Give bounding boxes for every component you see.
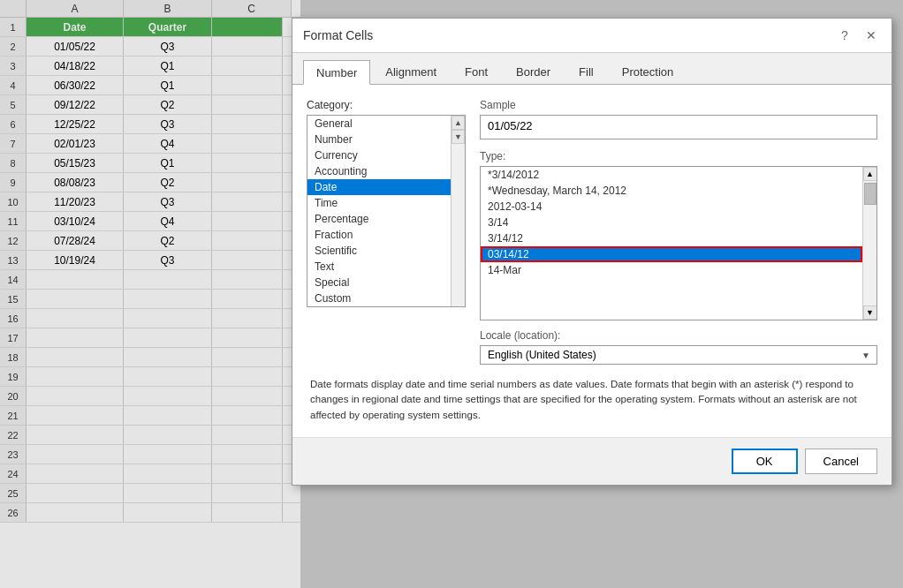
type-list: *3/14/2012*Wednesday, March 14, 20122012… bbox=[481, 167, 876, 320]
type-item-5[interactable]: 03/14/12 bbox=[481, 246, 862, 262]
type-scroll-up[interactable]: ▲ bbox=[863, 167, 877, 181]
category-list: GeneralNumberCurrencyAccountingDateTimeP… bbox=[307, 116, 465, 306]
category-list-wrapper: GeneralNumberCurrencyAccountingDateTimeP… bbox=[307, 115, 466, 307]
category-item-percentage[interactable]: Percentage bbox=[307, 211, 451, 227]
tab-alignment[interactable]: Alignment bbox=[372, 60, 450, 84]
tab-font[interactable]: Font bbox=[452, 60, 501, 84]
dialog-body: Category: GeneralNumberCurrencyAccountin… bbox=[292, 85, 892, 437]
category-item-special[interactable]: Special bbox=[307, 275, 451, 290]
type-section: Type: *3/14/2012*Wednesday, March 14, 20… bbox=[480, 150, 877, 320]
type-item-3[interactable]: 3/14 bbox=[481, 215, 862, 230]
type-scroll-down[interactable]: ▼ bbox=[863, 305, 877, 320]
tab-border[interactable]: Border bbox=[503, 60, 564, 84]
dialog-overlay: Format Cells ? ✕ Number Alignment Font B… bbox=[0, 0, 903, 588]
help-button[interactable]: ? bbox=[835, 26, 854, 45]
locale-wrapper: English (United States) ▼ bbox=[480, 345, 877, 365]
category-item-time[interactable]: Time bbox=[307, 195, 451, 211]
sample-label: Sample bbox=[480, 99, 877, 111]
category-item-text[interactable]: Text bbox=[307, 259, 451, 275]
description-text: Date formats display date and time seria… bbox=[307, 377, 877, 423]
locale-label: Locale (location): bbox=[480, 329, 877, 342]
category-item-number[interactable]: Number bbox=[307, 132, 451, 147]
type-item-2[interactable]: 2012-03-14 bbox=[481, 199, 862, 215]
format-layout: Category: GeneralNumberCurrencyAccountin… bbox=[307, 99, 877, 365]
type-label: Type: bbox=[480, 150, 877, 162]
category-scrollbar[interactable]: ▲ ▼ bbox=[451, 116, 465, 306]
type-item-1[interactable]: *Wednesday, March 14, 2012 bbox=[481, 183, 862, 199]
type-item-0[interactable]: *3/14/2012 bbox=[481, 167, 862, 183]
category-item-date[interactable]: Date bbox=[307, 179, 451, 195]
category-item-custom[interactable]: Custom bbox=[307, 290, 451, 306]
dialog-title: Format Cells bbox=[303, 28, 373, 42]
sample-section: Sample 01/05/22 bbox=[480, 99, 877, 139]
category-section: Category: GeneralNumberCurrencyAccountin… bbox=[307, 99, 466, 365]
ok-button[interactable]: OK bbox=[732, 449, 798, 474]
type-scroll-thumb[interactable] bbox=[864, 183, 876, 205]
category-item-accounting[interactable]: Accounting bbox=[307, 163, 451, 179]
tab-fill[interactable]: Fill bbox=[565, 60, 607, 84]
format-cells-dialog: Format Cells ? ✕ Number Alignment Font B… bbox=[292, 18, 892, 486]
tab-protection[interactable]: Protection bbox=[609, 60, 687, 84]
type-item-4[interactable]: 3/14/12 bbox=[481, 230, 862, 246]
category-item-general[interactable]: General bbox=[307, 116, 451, 132]
tab-number[interactable]: Number bbox=[303, 60, 370, 85]
type-list-wrapper: *3/14/2012*Wednesday, March 14, 20122012… bbox=[480, 166, 877, 320]
dialog-controls: ? ✕ bbox=[835, 26, 881, 45]
sample-value: 01/05/22 bbox=[480, 115, 877, 139]
dialog-footer: OK Cancel bbox=[292, 437, 892, 485]
type-scrollbar[interactable]: ▲ ▼ bbox=[862, 167, 876, 320]
category-item-fraction[interactable]: Fraction bbox=[307, 227, 451, 243]
scrollbar-up-arrow[interactable]: ▲ bbox=[452, 116, 465, 130]
tabs-bar: Number Alignment Font Border Fill Protec… bbox=[292, 53, 892, 85]
cancel-button[interactable]: Cancel bbox=[805, 449, 877, 474]
category-label: Category: bbox=[307, 99, 466, 111]
right-panel: Sample 01/05/22 Type: *3/14/2012*Wednesd… bbox=[480, 99, 877, 365]
category-item-scientific[interactable]: Scientific bbox=[307, 243, 451, 259]
close-button[interactable]: ✕ bbox=[861, 26, 881, 45]
dialog-titlebar: Format Cells ? ✕ bbox=[292, 19, 892, 53]
type-item-6[interactable]: 14-Mar bbox=[481, 262, 862, 278]
scrollbar-down-arrow[interactable]: ▼ bbox=[452, 130, 465, 144]
category-item-currency[interactable]: Currency bbox=[307, 147, 451, 163]
locale-select[interactable]: English (United States) bbox=[480, 345, 877, 365]
